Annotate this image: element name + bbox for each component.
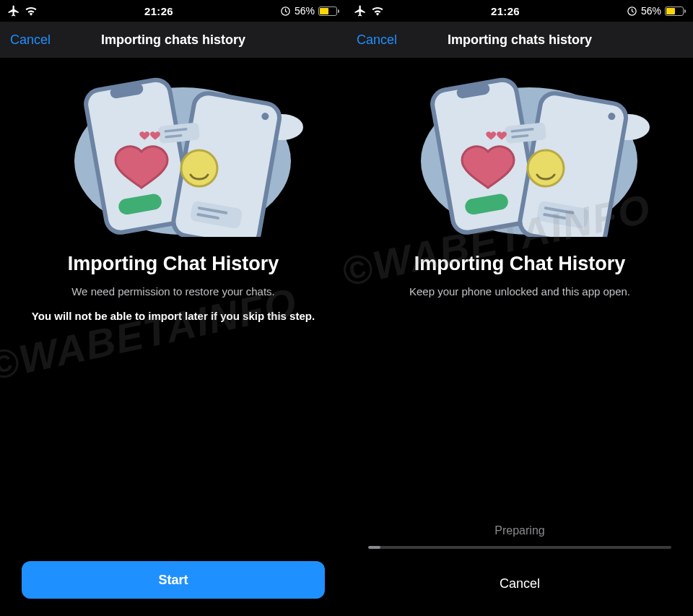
battery-icon xyxy=(665,6,686,16)
status-right: 56% xyxy=(627,5,686,17)
phone-screen-left: 21:26 56% Cancel Importing chats history xyxy=(0,0,346,616)
bottom-area-right: Preparing Cancel xyxy=(346,524,693,616)
status-right: 56% xyxy=(280,5,339,17)
nav-bar: Cancel Importing chats history xyxy=(0,22,346,58)
start-button[interactable]: Start xyxy=(22,561,325,599)
progress-fill xyxy=(368,546,380,549)
phone-screen-right: 21:26 56% Cancel Importing chats history xyxy=(346,0,693,616)
cancel-button[interactable]: Cancel xyxy=(500,576,540,591)
preparing-label: Preparing xyxy=(494,524,544,537)
airplane-mode-icon xyxy=(354,4,367,17)
status-clock: 21:26 xyxy=(144,5,173,17)
status-left xyxy=(7,4,38,17)
nav-title: Importing chats history xyxy=(346,32,693,48)
transfer-illustration xyxy=(375,71,664,237)
status-bar: 21:26 56% xyxy=(0,0,346,22)
status-left xyxy=(354,4,384,17)
svg-point-35 xyxy=(528,150,564,186)
orientation-lock-icon xyxy=(627,6,637,17)
svg-point-17 xyxy=(181,150,217,186)
progress-bar xyxy=(368,546,671,549)
battery-percent-label: 56% xyxy=(641,5,661,17)
airplane-mode-icon xyxy=(7,4,20,17)
status-bar: 21:26 56% xyxy=(346,0,693,22)
nav-bar: Cancel Importing chats history xyxy=(346,22,693,58)
page-description: We need permission to restore your chats… xyxy=(71,285,275,298)
status-clock: 21:26 xyxy=(491,5,520,17)
battery-icon xyxy=(318,6,339,16)
battery-percent-label: 56% xyxy=(295,5,315,17)
nav-cancel-button[interactable]: Cancel xyxy=(357,32,397,48)
wifi-icon xyxy=(25,6,38,16)
page-heading: Importing Chat History xyxy=(414,253,626,275)
wifi-icon xyxy=(371,6,384,16)
orientation-lock-icon xyxy=(280,6,291,17)
page-heading: Importing Chat History xyxy=(68,253,279,275)
page-warning: You will not be able to import later if … xyxy=(32,309,315,324)
transfer-illustration xyxy=(29,71,318,237)
page-description: Keep your phone unlocked and this app op… xyxy=(409,285,630,298)
bottom-area-left: Start xyxy=(0,561,346,616)
main-content-left: Importing Chat History We need permissio… xyxy=(0,58,346,616)
nav-cancel-button[interactable]: Cancel xyxy=(10,32,51,48)
nav-title: Importing chats history xyxy=(0,32,346,48)
